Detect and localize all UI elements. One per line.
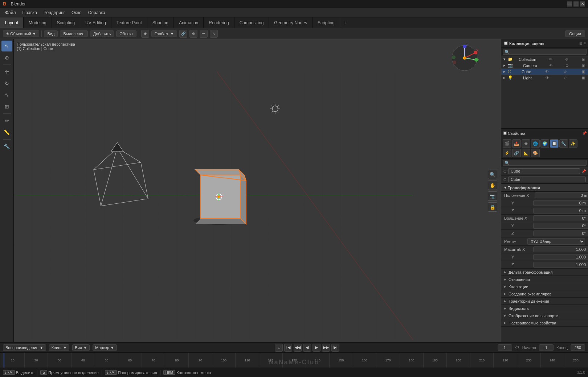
transform-icon[interactable]: ⊕ [141, 30, 149, 38]
object-menu[interactable]: Объект [116, 30, 136, 37]
view-pan-btn[interactable]: ✋ [488, 181, 497, 190]
tab-sculpting[interactable]: Sculpting [52, 17, 80, 28]
options-button[interactable]: Опции [565, 30, 585, 37]
minimize-button[interactable]: — [567, 1, 572, 7]
curve-icon[interactable]: 〜 [200, 30, 208, 38]
object-name-input[interactable] [508, 168, 580, 174]
props-tab-constraints[interactable]: 🔗 [512, 149, 521, 157]
measure-tool-btn[interactable]: 📏 [1, 127, 12, 138]
outliner-collection-item[interactable]: ▾ 📁 Collection 👁 ⊙ ▣ [501, 56, 588, 62]
props-tab-world[interactable]: 🌍 [540, 139, 549, 148]
camera-cam-icon[interactable]: ⊙ [564, 63, 569, 67]
cursor-tool-btn[interactable]: ⊕ [1, 52, 12, 63]
marker-menu[interactable]: Маркер ▼ [93, 344, 117, 351]
object-pin-icon[interactable]: 📌 [581, 169, 586, 173]
viewport-3d[interactable]: Пользовательская перспектива (1) Collect… [14, 39, 501, 342]
add-object-btn[interactable]: 🔧 [1, 141, 12, 152]
menu-file[interactable]: Файл [2, 9, 19, 16]
prev-frame-btn[interactable]: ◀◀ [294, 344, 302, 352]
collection-cam-icon[interactable]: ⊙ [564, 57, 569, 61]
close-button[interactable]: ✕ [580, 1, 585, 7]
snap-icon[interactable]: 🔗 [179, 30, 187, 38]
props-tab-object[interactable]: 🔲 [550, 139, 559, 148]
props-tab-physics[interactable]: ⚡ [503, 149, 511, 157]
props-tab-modifiers[interactable]: 🔧 [559, 139, 568, 148]
tab-geometry-nodes[interactable]: Geometry Nodes [269, 17, 313, 28]
outliner-light-item[interactable]: ▸ 💡 Light 👁 ⊙ ▣ [501, 75, 588, 81]
maximize-button[interactable]: □ [573, 1, 579, 7]
visibility-section[interactable]: ▸ Видимость [501, 305, 588, 312]
scale-tool-btn[interactable]: ⤡ [1, 90, 12, 100]
props-tab-scene[interactable]: 🌐 [531, 139, 540, 148]
tab-layout[interactable]: Layout [0, 17, 24, 28]
view-zoom-btn[interactable]: 🔍 [488, 170, 497, 179]
next-step-btn[interactable]: ▶▶ [322, 344, 330, 352]
move-tool-btn[interactable]: ✛ [1, 66, 12, 77]
position-y-input[interactable] [533, 200, 588, 206]
cube-cam-icon[interactable]: ⊙ [563, 70, 568, 74]
falloff-icon[interactable]: ∿ [210, 30, 218, 38]
timeline-playhead[interactable] [4, 353, 4, 368]
add-tab-button[interactable]: + [340, 17, 350, 28]
select-tool-btn[interactable]: ↖ [1, 41, 12, 51]
outliner-camera-item[interactable]: ▸ 📷 Camera 👁 ⊙ ▣ [501, 62, 588, 69]
select-menu[interactable]: Выделение [60, 30, 87, 37]
relations-section[interactable]: ▸ Отношения [501, 276, 588, 283]
object-data-input[interactable] [508, 177, 586, 182]
outliner-cube-item[interactable]: ▸ ⬡ Cube 👁 ⊙ ▣ [501, 69, 588, 75]
timeline-track[interactable]: 10 20 30 40 50 60 70 80 90 100 110 120 1… [0, 353, 588, 368]
tab-rendering[interactable]: Rendering [204, 17, 234, 28]
scale-x-input[interactable] [533, 246, 588, 252]
motion-paths-section[interactable]: ▸ Траектории движения [501, 298, 588, 305]
props-tab-material[interactable]: 🎨 [531, 149, 540, 157]
tab-texture-paint[interactable]: Texture Paint [111, 17, 147, 28]
tab-scripting[interactable]: Scripting [313, 17, 340, 28]
outliner-sort-icon[interactable]: ≡ [584, 41, 586, 45]
add-menu[interactable]: Добавить [90, 30, 114, 37]
props-tab-particles[interactable]: ✨ [569, 139, 577, 148]
scale-z-input[interactable] [533, 262, 588, 268]
play-btn[interactable]: ▶ [313, 344, 320, 352]
position-x-input[interactable] [535, 192, 588, 198]
view-menu[interactable]: Вид [44, 30, 58, 37]
cube-eye-icon[interactable]: 👁 [544, 70, 550, 74]
tab-uv-editing[interactable]: UV Editing [80, 17, 111, 28]
collections-section[interactable]: ▸ Коллекции [501, 283, 588, 290]
tab-animation[interactable]: Animation [174, 17, 204, 28]
transform-orientation[interactable]: Глобал. ▼ [151, 30, 177, 37]
start-frame-input[interactable]: 1 [539, 344, 554, 351]
rotation-gizmo[interactable]: X Y Z [450, 44, 479, 72]
proportional-icon[interactable]: ⊙ [189, 30, 197, 38]
menu-window[interactable]: Окно [69, 9, 85, 16]
view-menu-timeline[interactable]: Вид ▼ [72, 344, 90, 351]
camera-view-btn[interactable]: 📷 [488, 191, 497, 201]
light-eye-icon[interactable]: 👁 [545, 76, 550, 80]
prev-step-btn[interactable]: ◀ [303, 344, 311, 352]
transform-section-header[interactable]: ▾ Трансформация [501, 184, 588, 192]
props-tab-view[interactable]: 👁 [522, 139, 530, 148]
scale-y-input[interactable] [533, 254, 588, 260]
playback-menu[interactable]: Воспроизведение ▼ [3, 344, 46, 351]
rotation-mode-select[interactable]: XYZ Эйлер XZY Эйлер Кватернион [527, 238, 585, 245]
current-frame-display[interactable]: 1 [498, 344, 512, 351]
viewport-display-section[interactable]: ▸ Отображение во вьюпорте [501, 312, 588, 319]
menu-edit[interactable]: Правка [20, 9, 40, 16]
tab-compositing[interactable]: Compositing [234, 17, 269, 28]
outliner-search-input[interactable] [503, 49, 587, 55]
light-disp-icon[interactable]: ▣ [581, 76, 586, 80]
camera-eye-icon[interactable]: 👁 [548, 63, 554, 67]
props-tab-render[interactable]: 🎬 [503, 139, 511, 148]
annotate-tool-btn[interactable]: ✏ [1, 115, 12, 126]
keyframe-add-btn[interactable]: ⬦ [275, 344, 283, 352]
position-z-input[interactable] [533, 208, 588, 214]
outliner-filter-icon[interactable]: ⊟ [579, 41, 582, 45]
menu-render[interactable]: Рендеринг [41, 9, 68, 16]
jump-end-btn[interactable]: ▶| [331, 344, 339, 352]
instancing-section[interactable]: ▸ Создание экземпляров [501, 290, 588, 298]
object-mode-dropdown[interactable]: ◈ Объектный ▼ [3, 30, 39, 37]
rotation-x-input[interactable] [533, 215, 588, 221]
light-cam-icon[interactable]: ⊙ [563, 76, 568, 80]
rotation-z-input[interactable] [533, 231, 588, 236]
lock-view-btn[interactable]: 🔒 [488, 202, 497, 212]
properties-search-input[interactable] [503, 160, 587, 166]
